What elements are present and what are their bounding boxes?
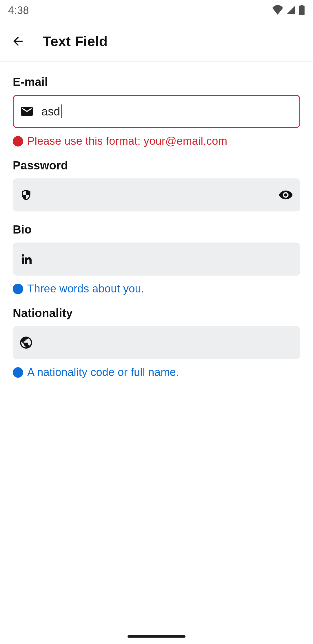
info-icon xyxy=(13,367,23,378)
email-text: asd xyxy=(41,105,60,118)
email-error-text: Please use this format: your@email.com xyxy=(27,135,227,147)
status-icons xyxy=(272,5,305,16)
shield-icon xyxy=(18,187,34,203)
linkedin-icon xyxy=(18,251,34,267)
wifi-icon xyxy=(272,5,283,16)
eye-icon[interactable] xyxy=(278,187,294,203)
bio-hint-text: Three words about you. xyxy=(27,283,144,295)
app-bar: Text Field xyxy=(0,21,313,61)
form: E-mail asd Please use this format: your@… xyxy=(0,62,313,379)
nationality-field-group: Nationality A nationality code or full n… xyxy=(13,307,300,379)
mail-icon xyxy=(19,103,35,120)
status-bar: 4:38 xyxy=(0,0,313,21)
nationality-input[interactable] xyxy=(13,326,300,359)
nationality-hint-text: A nationality code or full name. xyxy=(27,366,179,379)
status-clock: 4:38 xyxy=(8,4,29,17)
battery-icon xyxy=(299,5,305,16)
bio-hint: Three words about you. xyxy=(13,283,300,295)
email-error: Please use this format: your@email.com xyxy=(13,135,300,147)
nationality-label: Nationality xyxy=(13,307,300,320)
nav-handle[interactable] xyxy=(128,635,185,638)
info-icon xyxy=(13,284,23,294)
text-cursor xyxy=(61,104,62,118)
globe-icon xyxy=(18,334,34,351)
bio-label: Bio xyxy=(13,223,300,236)
password-field-group: Password xyxy=(13,159,300,211)
email-value: asd xyxy=(41,104,62,118)
email-input[interactable]: asd xyxy=(13,95,300,128)
cell-signal-icon xyxy=(286,5,296,16)
email-label: E-mail xyxy=(13,75,300,88)
bio-field-group: Bio Three words about you. xyxy=(13,223,300,295)
bio-input[interactable] xyxy=(13,243,300,276)
page-title: Text Field xyxy=(43,33,108,49)
nationality-hint: A nationality code or full name. xyxy=(13,366,300,379)
back-button[interactable] xyxy=(9,32,27,50)
password-label: Password xyxy=(13,159,300,172)
email-field-group: E-mail asd Please use this format: your@… xyxy=(13,75,300,147)
error-icon xyxy=(13,136,23,146)
password-input[interactable] xyxy=(13,178,300,211)
